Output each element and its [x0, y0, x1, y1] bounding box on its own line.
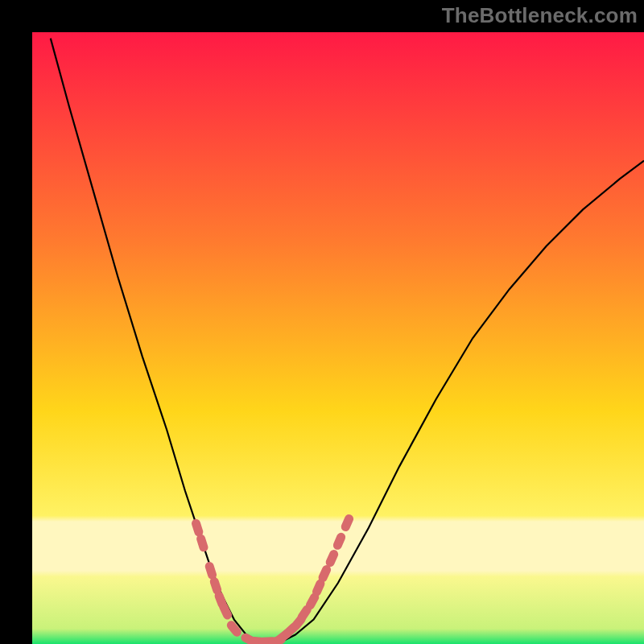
marker-pill — [204, 561, 217, 580]
markers-group — [191, 513, 355, 644]
curve-layer — [32, 32, 644, 644]
marker-pill — [332, 531, 347, 551]
plot-area — [32, 32, 644, 644]
bottleneck-curve — [51, 39, 644, 642]
marker-pill — [196, 533, 209, 552]
outer-frame: TheBottleneck.com — [0, 0, 644, 644]
watermark-text: TheBottleneck.com — [442, 3, 638, 28]
marker-pill — [340, 513, 355, 533]
